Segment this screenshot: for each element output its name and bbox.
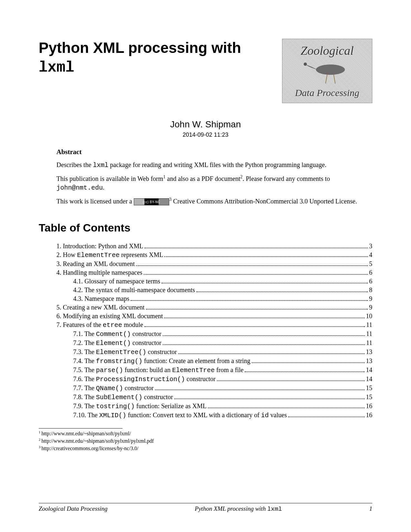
toc-label: 7.3. The ElementTree() constructor (73, 348, 177, 357)
toc-page: 16 (366, 402, 372, 410)
toc-leader-dots (144, 248, 368, 248)
toc-entry[interactable]: 4. Handling multiple namespaces6 (56, 268, 372, 277)
toc-page: 8 (369, 286, 372, 294)
toc-leader-dots (144, 274, 368, 275)
toc-entry[interactable]: 7.3. The ElementTree() constructor13 (56, 348, 372, 357)
toc-page: 14 (366, 366, 372, 374)
toc-leader-dots (131, 300, 368, 301)
toc-entry[interactable]: 7.7. The QName() constructor15 (56, 384, 372, 393)
footer-page-number: 1 (369, 505, 372, 513)
footnote: 3 http://creativecommons.org/licenses/by… (39, 445, 372, 452)
toc-label: 4.2. The syntax of multi-namespace docum… (73, 286, 195, 294)
svg-point-0 (316, 64, 345, 75)
bird-icon (295, 58, 359, 84)
toc-entry[interactable]: 7.2. The Element() constructor11 (56, 339, 372, 348)
toc-page: 13 (366, 348, 372, 356)
toc-leader-dots (144, 326, 365, 327)
toc-entry[interactable]: 7. Features of the etree module11 (56, 320, 372, 330)
footnote-rule (39, 428, 122, 429)
footnote-url[interactable]: http://www.nmt.edu/~shipman/soft/pylxml/… (41, 438, 154, 444)
toc-label: 7.5. The parse() function: build an Elem… (73, 366, 243, 375)
abstract-heading: Abstract (56, 148, 372, 156)
svg-line-3 (334, 74, 335, 84)
title-text: Python XML processing with (39, 39, 241, 56)
email[interactable]: john@nmt.edu (56, 184, 103, 192)
abstract-p3: This work is licensed under a (cc) BY-NC… (56, 197, 372, 206)
toc-page: 6 (369, 277, 372, 286)
toc-leader-dots (164, 256, 368, 257)
toc-page: 10 (366, 312, 372, 320)
toc: 1. Introduction: Python and XML32. How E… (56, 242, 372, 420)
toc-entry[interactable]: 4.2. The syntax of multi-namespace docum… (56, 286, 372, 294)
footnotes: 1 http://www.nmt.edu/~shipman/soft/pylxm… (39, 428, 372, 452)
toc-leader-dots (174, 399, 365, 399)
footer-left: Zoological Data Processing (39, 505, 108, 513)
toc-label: 7.8. The SubElement() constructor (73, 393, 173, 402)
toc-entry[interactable]: 5. Creating a new XML document9 (56, 303, 372, 312)
abstract-p2: This publication is available in Web for… (56, 174, 372, 192)
toc-leader-dots (146, 309, 368, 310)
toc-label: 7.9. The tostring() function: Serialize … (73, 402, 207, 411)
abstract-p1: Describes the lxml package for reading a… (56, 161, 372, 170)
abstract: Abstract Describes the lxml package for … (56, 148, 372, 205)
toc-entry[interactable]: 6. Modifying an existing XML document10 (56, 312, 372, 320)
toc-entry[interactable]: 7.5. The parse() function: build an Elem… (56, 366, 372, 375)
toc-leader-dots (155, 389, 365, 390)
cc-badge-icon[interactable]: (cc) BY-NC (134, 198, 169, 205)
toc-leader-dots (161, 283, 368, 283)
footnote: 1 http://www.nmt.edu/~shipman/soft/pylxm… (39, 430, 372, 437)
toc-label: 7.4. The fromstring() function: Create a… (73, 357, 250, 366)
toc-leader-dots (163, 344, 365, 345)
toc-label: 5. Creating a new XML document (56, 303, 145, 312)
svg-point-1 (304, 63, 307, 66)
toc-entry[interactable]: 2. How ElementTree represents XML4 (56, 251, 372, 260)
toc-label: 7.7. The QName() constructor (73, 384, 154, 393)
toc-label: 3. Reading an XML document (56, 260, 135, 268)
toc-label: 4.3. Namespace maps (73, 294, 129, 303)
page-title: Python XML processing with lxml (39, 39, 272, 77)
toc-label: 7.1. The Comment() constructor (73, 330, 161, 339)
logo-text-bottom: Data Processing (295, 87, 359, 98)
toc-label: 7. Features of the etree module (56, 320, 143, 330)
title-mono: lxml (39, 59, 74, 76)
toc-entry[interactable]: 7.10. The XMLID() function: Convert text… (56, 411, 372, 420)
toc-entry[interactable]: 4.3. Namespace maps9 (56, 294, 372, 303)
toc-leader-dots (245, 371, 365, 372)
footnote-url[interactable]: http://www.nmt.edu/~shipman/soft/pylxml/ (41, 431, 131, 437)
toc-label: 7.10. The XMLID() function: Convert text… (73, 411, 287, 420)
svg-line-2 (326, 74, 327, 84)
footnote-ref-3[interactable]: 3 (169, 197, 171, 202)
toc-leader-dots (252, 362, 365, 363)
toc-entry[interactable]: 7.9. The tostring() function: Serialize … (56, 402, 372, 411)
toc-entry[interactable]: 7.1. The Comment() constructor11 (56, 330, 372, 339)
toc-leader-dots (208, 408, 365, 408)
toc-page: 11 (366, 339, 372, 347)
footnote-url[interactable]: http://creativecommons.org/licenses/by-n… (41, 446, 138, 451)
toc-leader-dots (178, 353, 365, 354)
footnote: 2 http://www.nmt.edu/~shipman/soft/pylxm… (39, 437, 372, 445)
toc-page: 16 (366, 411, 372, 419)
toc-entry[interactable]: 3. Reading an XML document5 (56, 260, 372, 268)
toc-entry[interactable]: 7.6. The ProcessingInstruction() constru… (56, 375, 372, 384)
toc-label: 6. Modifying an existing XML document (56, 312, 163, 320)
logo-image: Zoological Data Processing (282, 39, 372, 103)
toc-page: 9 (369, 294, 372, 303)
toc-entry[interactable]: 1. Introduction: Python and XML3 (56, 242, 372, 251)
toc-page: 11 (366, 330, 372, 338)
toc-entry[interactable]: 7.4. The fromstring() function: Create a… (56, 357, 372, 366)
toc-leader-dots (163, 335, 365, 336)
toc-label: 7.2. The Element() constructor (73, 339, 161, 348)
toc-page: 13 (366, 357, 372, 365)
toc-entry[interactable]: 4.1. Glossary of namespace terms6 (56, 277, 372, 286)
toc-leader-dots (196, 291, 368, 292)
page-footer: Zoological Data Processing Python XML pr… (39, 503, 372, 513)
toc-page: 14 (366, 375, 372, 383)
toc-leader-dots (217, 380, 365, 381)
toc-page: 3 (369, 242, 372, 251)
toc-page: 9 (369, 303, 372, 312)
toc-leader-dots (288, 417, 365, 417)
toc-entry[interactable]: 7.8. The SubElement() constructor15 (56, 393, 372, 402)
toc-page: 15 (366, 384, 372, 392)
author: John W. Shipman (39, 119, 372, 130)
toc-label: 4. Handling multiple namespaces (56, 268, 142, 277)
